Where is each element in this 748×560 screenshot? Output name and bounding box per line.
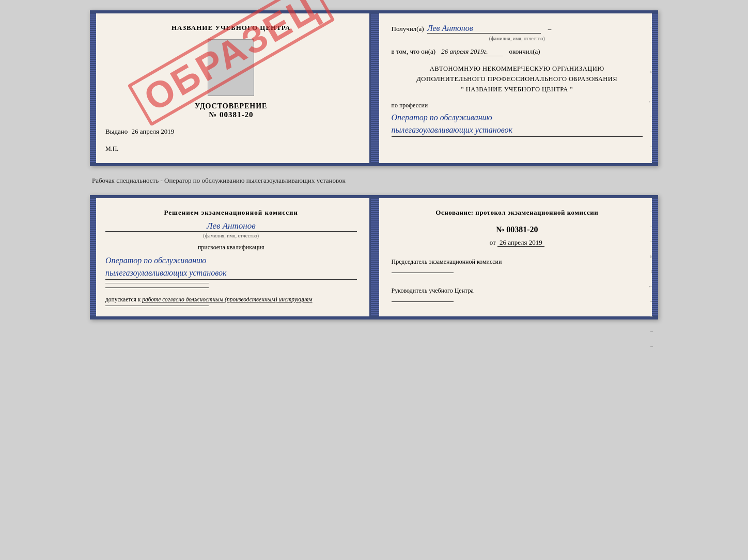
ot-date-line: от 26 апреля 2019 [392,238,643,247]
osnovanie-title: Основание: протокол экзаменационной коми… [392,209,643,217]
udostoverenie-label: УДОСТОВЕРЕНИЕ [105,102,357,110]
org-line3: " НАЗВАНИЕ УЧЕБНОГО ЦЕНТРА " [392,84,643,94]
resheniem-title: Решением экзаменационной комиссии [105,209,357,217]
protocol-number: № 00381-20 [392,225,643,234]
profession-line1: Оператор по обслуживанию пылегазоулавлив… [392,111,643,137]
predsedatel-signature [392,273,454,273]
mp-label: М.П. [105,145,357,153]
predsedatel-label: Председатель экзаменационной комиссии [392,257,643,266]
dopuskaetsya-label: допускается к [105,296,141,302]
rukovoditel-signature [392,301,454,302]
predsedatel-block: Председатель экзаменационной комиссии [392,257,643,276]
okonchil-label: окончил(а) [509,47,540,55]
poluchil-line: Получил(а) Лев Антонов – [392,24,643,34]
rukovoditel-block: Руководитель учебного Центра [392,286,643,305]
org-line2: ДОПОЛНИТЕЛЬНОГО ПРОФЕССИОНАЛЬНОГО ОБРАЗО… [392,74,643,84]
org-block: АВТОНОМНУЮ НЕКОММЕРЧЕСКУЮ ОРГАНИЗАЦИЮ ДО… [392,63,643,94]
dopusk-text: работе согласно должностным (производств… [142,296,312,302]
diploma-number: № 00381-20 [105,110,357,119]
ot-label: от [490,238,496,246]
v-tom-line: в том, что он(а) 26 апреля 2019г. окончи… [392,47,643,56]
qual-spine-right [652,198,658,316]
vydano-date: 26 апреля 2019 [132,127,175,136]
qual-left-page: Решением экзаменационной комиссии Лев Ан… [93,198,371,316]
vydano-line: Выдано 26 апреля 2019 [105,127,357,136]
person-name-diploma: Лев Антонов [427,24,541,34]
udostoverenie-section: УДОСТОВЕРЕНИЕ № 00381-20 [105,102,357,119]
qual-center-spine [371,198,379,316]
center-spine [371,13,379,163]
po-professii-label: по профессии [392,102,643,109]
document-container: НАЗВАНИЕ УЧЕБНОГО ЦЕНТРА УДОСТОВЕРЕНИЕ №… [10,10,738,319]
vydano-label: Выдано [105,127,128,135]
person-name-qual: Лев Антонов [105,221,357,232]
v-tom-label: в том, что он(а) [392,47,436,55]
photo-placeholder [208,39,254,96]
separator-text: Рабочая специальность - Оператор по обсл… [90,172,658,189]
org-line1: АВТОНОМНУЮ НЕКОММЕРЧЕСКУЮ ОРГАНИЗАЦИЮ [392,63,643,74]
diploma-book: НАЗВАНИЕ УЧЕБНОГО ЦЕНТРА УДОСТОВЕРЕНИЕ №… [90,10,658,166]
diploma-date: 26 апреля 2019г. [441,47,503,56]
fio-hint-qual: (фамилия, имя, отчество) [105,233,357,238]
training-center-title: НАЗВАНИЕ УЧЕБНОГО ЦЕНТРА [105,24,357,32]
poluchil-label: Получил(а) [392,25,424,33]
rukovoditel-label: Руководитель учебного Центра [392,286,643,295]
qual-binding-10: – [650,343,653,349]
qualification-book: Решением экзаменационной комиссии Лев Ан… [90,195,658,319]
qual-binding-9: – [650,328,653,334]
ot-date-value: 26 апреля 2019 [497,238,544,247]
kval-name: Оператор по обслуживанию пылегазоулавлив… [105,254,357,280]
qual-right-page: Основание: протокол экзаменационной коми… [379,198,656,316]
prisvoena-kval: присвоена квалификация [105,244,357,251]
fio-hint-diploma: (фамилия, имя, отчество) [392,36,643,41]
dopuskaetsya-line: допускается к работе согласно должностны… [105,296,357,302]
diploma-left-page: НАЗВАНИЕ УЧЕБНОГО ЦЕНТРА УДОСТОВЕРЕНИЕ №… [93,13,371,163]
spine-right [652,13,658,163]
diploma-right-page: Получил(а) Лев Антонов – (фамилия, имя, … [379,13,656,163]
